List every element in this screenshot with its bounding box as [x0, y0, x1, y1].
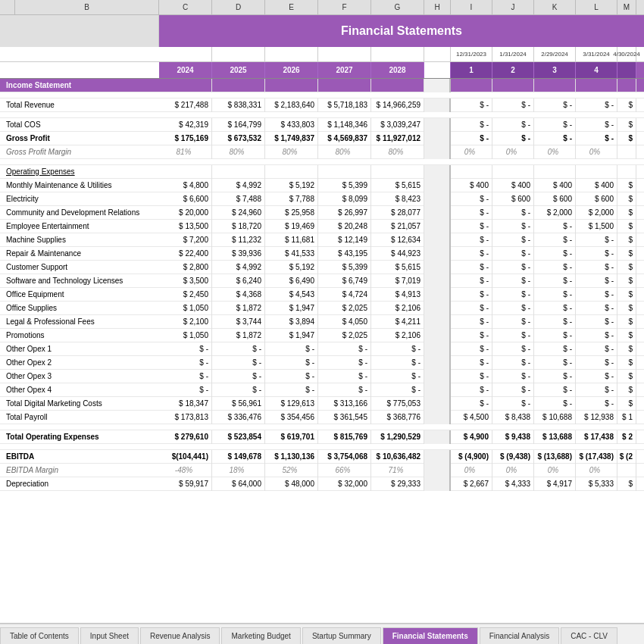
- tab-1[interactable]: Input Sheet: [80, 627, 139, 644]
- cell-22-1: $ -: [212, 356, 265, 370]
- cell-24-7: $ -: [492, 383, 534, 397]
- data-row: Income Statement: [0, 79, 644, 92]
- year-spacer: [424, 62, 451, 78]
- cell-26-8: $ 10,688: [534, 411, 576, 424]
- cell-2-1: $ 838,331: [212, 98, 265, 112]
- cell-25-6: $ -: [451, 397, 492, 411]
- cell-16-0: $ 3,500: [159, 274, 212, 288]
- cell-19-4: $ 4,211: [371, 315, 424, 329]
- cell-17-9: $ -: [576, 288, 617, 302]
- tab-0[interactable]: Table of Contents: [0, 627, 79, 644]
- col-header-b: B: [15, 0, 159, 14]
- tabs-bar: Table of ContentsInput SheetRevenue Anal…: [0, 623, 644, 644]
- cell-18-6: $ -: [451, 302, 492, 315]
- cell-6-0: 81%: [159, 145, 212, 159]
- cell-22-3: $ -: [318, 356, 371, 370]
- cell-22-4: $ -: [371, 356, 424, 370]
- cell-13-6: $ -: [451, 233, 492, 247]
- cell-21-2: $ -: [265, 342, 318, 356]
- cell-2-6: $ -: [451, 98, 492, 112]
- cell-0-4: [371, 79, 424, 92]
- cell-9-2: $ 5,192: [265, 179, 318, 192]
- cell-15-5: [424, 261, 451, 274]
- tab-6[interactable]: Financial Analysis: [480, 627, 559, 644]
- cell-10-10: $: [617, 192, 636, 206]
- cell-20-9: $ -: [576, 329, 617, 342]
- row-label-22: Other Opex 2: [0, 358, 159, 367]
- cell-18-5: [424, 302, 451, 315]
- data-row: Total Operating Expenses$ 279,610$ 523,8…: [0, 430, 644, 444]
- cell-19-9: $ -: [576, 315, 617, 329]
- tab-7[interactable]: CAC - CLV: [561, 627, 617, 644]
- cell-13-7: $ -: [492, 233, 534, 247]
- tab-4[interactable]: Startup Summary: [302, 627, 381, 644]
- year-cell-2027: 2027: [318, 62, 371, 78]
- cell-17-0: $ 2,450: [159, 288, 212, 302]
- row-label-2: Total Revenue: [0, 101, 159, 109]
- cell-21-6: $ -: [451, 342, 492, 356]
- cell-9-3: $ 5,399: [318, 179, 371, 192]
- cell-0-1: [212, 79, 265, 92]
- cell-25-0: $ 18,347: [159, 397, 212, 411]
- cell-25-4: $ 775,053: [371, 397, 424, 411]
- col-header-h: H: [424, 0, 451, 14]
- cell-8-6: [451, 165, 492, 179]
- cell-17-10: $: [617, 288, 636, 302]
- title-main: Financial Statements: [159, 15, 644, 47]
- cell-25-2: $ 129,613: [265, 397, 318, 411]
- row-label-8: Operating Expenses: [0, 167, 159, 176]
- cell-21-10: $: [617, 342, 636, 356]
- cell-26-9: $ 12,938: [576, 411, 617, 424]
- row-cells-19: $ 2,100$ 3,744$ 3,894$ 4,050$ 4,211$ -$ …: [159, 315, 644, 329]
- monthly-num-5: [617, 62, 636, 78]
- cell-23-3: $ -: [318, 370, 371, 383]
- row-label-10: Electricity: [0, 195, 159, 203]
- row-cells-26: $ 173,813$ 336,476$ 354,456$ 361,545$ 36…: [159, 411, 644, 424]
- cell-17-3: $ 4,724: [318, 288, 371, 302]
- data-row: Total Revenue$ 217,488$ 838,331$ 2,183,6…: [0, 98, 644, 112]
- cell-2-2: $ 2,183,640: [265, 98, 318, 112]
- row-label-24: Other Opex 4: [0, 386, 159, 394]
- cell-25-10: $: [617, 397, 636, 411]
- cell-26-0: $ 173,813: [159, 411, 212, 424]
- cell-10-4: $ 8,423: [371, 192, 424, 206]
- data-row: Software and Technology Licenses$ 3,500$…: [0, 274, 644, 288]
- cell-23-0: $ -: [159, 370, 212, 383]
- data-row: EBITDA$(104,441)$ 149,678$ 1,130,136$ 3,…: [0, 450, 644, 464]
- cell-2-5: [424, 98, 451, 112]
- cell-5-9: $ -: [576, 132, 617, 145]
- cell-4-5: [424, 118, 451, 132]
- cell-5-10: $: [617, 132, 636, 145]
- cell-19-0: $ 2,100: [159, 315, 212, 329]
- cell-30-7: $ (9,438): [492, 450, 534, 464]
- cell-18-1: $ 1,872: [212, 302, 265, 315]
- cell-5-0: $ 175,169: [159, 132, 212, 145]
- cell-14-2: $ 41,533: [265, 247, 318, 261]
- cell-8-0: [159, 165, 212, 179]
- tab-5[interactable]: Financial Statements: [383, 627, 478, 644]
- cell-23-4: $ -: [371, 370, 424, 383]
- cell-22-6: $ -: [451, 356, 492, 370]
- col-header-e: E: [265, 0, 318, 14]
- cell-23-9: $ -: [576, 370, 617, 383]
- year-header-row: 2024 2025 2026 2027 2028 1 2 3 4: [0, 62, 644, 79]
- row-cells-18: $ 1,050$ 1,872$ 1,947$ 2,025$ 2,106$ -$ …: [159, 302, 644, 315]
- cell-25-7: $ -: [492, 397, 534, 411]
- cell-4-10: $: [617, 118, 636, 132]
- cell-15-8: $ -: [534, 261, 576, 274]
- cell-26-6: $ 4,500: [451, 411, 492, 424]
- row-label-23: Other Opex 3: [0, 372, 159, 380]
- cell-5-8: $ -: [534, 132, 576, 145]
- tab-3[interactable]: Marketing Budget: [221, 627, 300, 644]
- tab-2[interactable]: Revenue Analysis: [140, 627, 220, 644]
- cell-13-0: $ 7,200: [159, 233, 212, 247]
- cell-22-2: $ -: [265, 356, 318, 370]
- cell-24-10: $: [617, 383, 636, 397]
- cell-10-8: $ 600: [534, 192, 576, 206]
- cell-11-5: [424, 206, 451, 220]
- row-label-21: Other Opex 1: [0, 345, 159, 353]
- cell-2-8: $ -: [534, 98, 576, 112]
- cell-8-7: [492, 165, 534, 179]
- row-label-9: Monthly Maintenance & Utilities: [0, 181, 159, 189]
- cell-18-0: $ 1,050: [159, 302, 212, 315]
